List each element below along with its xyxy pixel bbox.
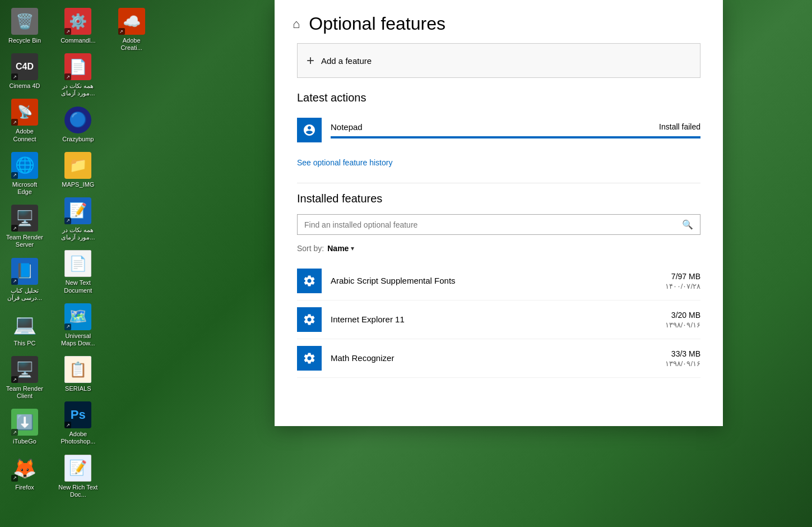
feature-date-1: ۱۳۹۸/۰۹/۱۶	[665, 321, 700, 329]
notepad-status: Install failed	[650, 122, 700, 131]
add-feature-label: Add a feature	[321, 56, 372, 66]
icon-team-render-client[interactable]: 🖥️ ↗ Team Render Client	[2, 353, 47, 403]
sort-value: Name	[327, 244, 349, 253]
feature-list-item[interactable]: Arabic Script Supplemental Fonts 7/97 MB…	[297, 262, 700, 301]
feature-name-0: Arabic Script Supplemental Fonts	[331, 276, 456, 285]
icon-quran[interactable]: 📘 ↗ تحلیل کتاب درسی قرآن...	[2, 255, 47, 305]
icon-adobe-creative[interactable]: ☁️ ↗ Adobe Creati...	[109, 4, 154, 55]
icon-cinema-4d[interactable]: C4D ↗ Cinema 4D	[2, 50, 47, 93]
home-icon[interactable]: ⌂	[293, 17, 300, 31]
page-title: Optional features	[309, 13, 446, 34]
notepad-name: Notepad	[331, 122, 363, 132]
sort-chevron-icon: ▾	[351, 244, 354, 252]
feature-list-item[interactable]: Math Recognizer 33/3 MB ۱۳۹۸/۰۹/۱۶	[297, 339, 700, 378]
panel-content: + Add a feature Latest actions Notepad I…	[275, 43, 723, 396]
plus-icon: +	[307, 53, 314, 68]
sort-control[interactable]: Name ▾	[327, 244, 354, 253]
sort-row: Sort by: Name ▾	[297, 244, 700, 253]
search-icon: 🔍	[682, 219, 693, 230]
action-header-row: Notepad Install failed	[331, 122, 700, 132]
feature-icon-2	[297, 346, 322, 371]
section-divider	[297, 183, 700, 183]
feature-list-item[interactable]: Internet Explorer 11 3/20 MB ۱۳۹۸/۰۹/۱۶	[297, 301, 700, 339]
feature-meta-0: 7/97 MB ۱۴۰۰/۰۷/۲۸	[665, 272, 700, 290]
icon-serials[interactable]: 📋 SERIALS	[55, 353, 100, 396]
notepad-action-main: Notepad Install failed	[331, 122, 700, 138]
icon-firefox[interactable]: 🦊 ↗ Firefox	[2, 451, 47, 494]
feature-details-0: Arabic Script Supplemental Fonts	[331, 276, 656, 286]
desktop-icons-area: 🗑️ Recycle Bin C4D ↗ Cinema 4D 📡 ↗ Adobe…	[0, 0, 163, 527]
icon-this-pc[interactable]: 💻 This PC	[2, 307, 47, 350]
feature-size-1: 3/20 MB	[665, 311, 700, 320]
sort-by-label: Sort by:	[297, 244, 324, 253]
add-feature-button[interactable]: + Add a feature	[297, 43, 700, 78]
feature-name-2: Math Recognizer	[331, 353, 394, 363]
panel-header: ⌂ Optional features	[275, 0, 723, 43]
feature-list: Arabic Script Supplemental Fonts 7/97 MB…	[297, 262, 700, 378]
icon-adobe-photoshop[interactable]: Ps ↗ Adobe Photoshop...	[55, 398, 100, 449]
feature-icon-0	[297, 269, 322, 293]
icon-recycle-bin[interactable]: 🗑️ Recycle Bin	[2, 4, 47, 48]
icon-new-text-doc[interactable]: 📄 New Text Document	[55, 247, 100, 297]
icon-word-notes[interactable]: 📝 ↗ همه نکات در مورد آزمای...	[55, 194, 100, 244]
installed-features-title: Installed features	[297, 192, 700, 205]
feature-size-0: 7/97 MB	[665, 272, 700, 281]
icon-maps-img[interactable]: 📁 MAPS_IMG	[55, 149, 100, 192]
icon-crazybump[interactable]: 🔵 Crazybump	[55, 103, 100, 146]
feature-date-2: ۱۳۹۸/۰۹/۱۶	[665, 359, 700, 368]
notepad-icon-box	[297, 118, 322, 142]
feature-meta-2: 33/3 MB ۱۳۹۸/۰۹/۱۶	[665, 349, 700, 368]
icon-new-rich-text[interactable]: 📝 New Rich Text Doc...	[55, 451, 100, 502]
icon-team-render-server[interactable]: 🖥️ ↗ Team Render Server	[2, 201, 47, 252]
notepad-action-item: Notepad Install failed	[297, 113, 700, 147]
feature-icon-1	[297, 307, 322, 332]
feature-details-1: Internet Explorer 11	[331, 315, 656, 325]
feature-details-2: Math Recognizer	[331, 353, 656, 363]
icon-pdf-notes[interactable]: 📄 ↗ همه نکات در مورد آزمای...	[55, 50, 100, 100]
search-box[interactable]: 🔍	[297, 214, 700, 235]
feature-name-1: Internet Explorer 11	[331, 315, 405, 324]
settings-panel: ⌂ Optional features + Add a feature Late…	[275, 0, 723, 426]
icon-microsoft-edge[interactable]: 🌐 ↗ Microsoft Edge	[2, 149, 47, 199]
icon-universal-maps[interactable]: 🗺️ ↗ Universal Maps Dow...	[55, 300, 100, 350]
latest-actions-title: Latest actions	[297, 91, 700, 104]
notepad-progress-bar	[331, 136, 700, 138]
feature-size-2: 33/3 MB	[665, 349, 700, 358]
history-link[interactable]: See optional feature history	[297, 158, 392, 167]
icon-adobe-connect[interactable]: 📡 ↗ Adobe Connect	[2, 95, 47, 146]
feature-meta-1: 3/20 MB ۱۳۹۸/۰۹/۱۶	[665, 311, 700, 329]
icon-commandline[interactable]: ⚙️ ↗ Commandl...	[55, 4, 100, 48]
notepad-gear-icon	[303, 123, 316, 137]
installed-features-section: Installed features 🔍 Sort by: Name ▾	[297, 192, 700, 378]
icon-itubergo[interactable]: ⬇️ ↗ iTubeGo	[2, 405, 47, 449]
search-input[interactable]	[304, 220, 682, 229]
feature-date-0: ۱۴۰۰/۰۷/۲۸	[665, 282, 700, 290]
